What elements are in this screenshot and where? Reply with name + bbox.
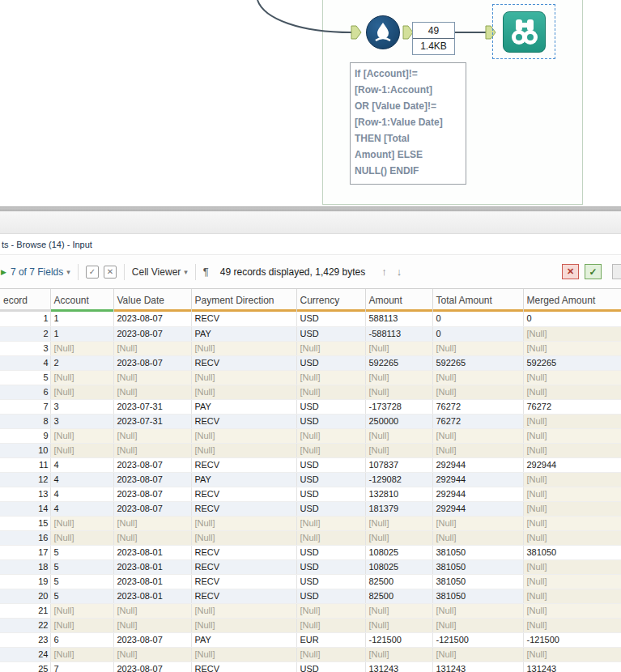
data-cell[interactable]: RECV <box>191 661 296 672</box>
data-cell[interactable]: [Null] <box>50 647 113 661</box>
record-number-cell[interactable]: 22 <box>0 618 50 632</box>
record-number-cell[interactable]: 21 <box>0 603 50 618</box>
data-cell[interactable]: 381050 <box>432 589 523 603</box>
record-number-cell[interactable]: 6 <box>0 385 50 399</box>
data-cell[interactable]: USD <box>296 414 365 428</box>
data-cell[interactable]: [Null] <box>432 443 523 457</box>
data-cell[interactable]: 82500 <box>365 574 432 589</box>
data-cell[interactable]: [Null] <box>296 516 365 530</box>
data-cell[interactable]: -588113 <box>365 326 432 341</box>
record-number-cell[interactable]: 1 <box>0 312 50 326</box>
record-number-cell[interactable]: 25 <box>0 661 50 672</box>
data-cell[interactable]: [Null] <box>50 516 113 530</box>
chevron-down-icon[interactable]: ▾ <box>66 268 70 276</box>
fields-dropdown[interactable]: 7 of 7 Fields <box>11 266 63 278</box>
record-number-cell[interactable]: 7 <box>0 399 50 414</box>
data-cell[interactable]: 292944 <box>432 457 523 472</box>
data-cell[interactable]: 131243 <box>523 661 621 672</box>
table-row[interactable]: 2572023-08-07RECVUSD131243131243131243 <box>0 661 621 672</box>
data-cell[interactable]: [Null] <box>113 385 191 399</box>
cancel-button[interactable]: ✕ <box>562 264 579 279</box>
scroll-down-button[interactable]: ↓ <box>397 266 402 278</box>
record-number-cell[interactable]: 16 <box>0 530 50 545</box>
data-cell[interactable]: [Null] <box>296 618 365 632</box>
table-row[interactable]: 1442023-08-07RECVUSD181379292944[Null] <box>0 501 621 516</box>
data-cell[interactable]: [Null] <box>432 370 523 385</box>
data-cell[interactable]: 5 <box>50 589 113 603</box>
data-cell[interactable]: 2023-08-01 <box>113 574 191 589</box>
table-row[interactable]: 832023-07-31RECVUSD25000076272[Null] <box>0 414 621 428</box>
data-cell[interactable]: [Null] <box>296 370 365 385</box>
data-cell[interactable]: 2023-08-07 <box>113 457 191 472</box>
record-number-cell[interactable]: 17 <box>0 545 50 559</box>
record-number-cell[interactable]: 10 <box>0 443 50 457</box>
data-cell[interactable]: 2023-08-07 <box>113 312 191 326</box>
data-cell[interactable]: 181379 <box>365 501 432 516</box>
data-cell[interactable]: -129082 <box>365 472 432 487</box>
data-cell[interactable]: [Null] <box>113 603 191 618</box>
data-cell[interactable]: USD <box>296 559 365 574</box>
record-number-cell[interactable]: 9 <box>0 428 50 443</box>
data-cell[interactable]: [Null] <box>50 443 113 457</box>
data-cell[interactable]: 2023-08-07 <box>113 501 191 516</box>
data-cell[interactable]: USD <box>296 589 365 603</box>
data-cell[interactable]: 1 <box>50 312 113 326</box>
data-cell[interactable]: [Null] <box>50 603 113 618</box>
data-cell[interactable]: -173728 <box>365 399 432 414</box>
data-cell[interactable]: [Null] <box>432 516 523 530</box>
data-cell[interactable]: [Null] <box>523 472 621 487</box>
record-number-cell[interactable]: 20 <box>0 589 50 603</box>
data-cell[interactable]: [Null] <box>523 370 621 385</box>
tool-annotation[interactable]: If [Account]!= [Row-1:Account] OR [Value… <box>350 62 466 185</box>
data-cell[interactable]: 2023-07-31 <box>113 414 191 428</box>
record-number-cell[interactable]: 13 <box>0 487 50 501</box>
table-row[interactable]: 9[Null][Null][Null][Null][Null][Null][Nu… <box>0 428 621 443</box>
table-row[interactable]: 3[Null][Null][Null][Null][Null][Null][Nu… <box>0 341 621 355</box>
data-cell[interactable]: USD <box>296 487 365 501</box>
data-cell[interactable]: USD <box>296 312 365 326</box>
multi-row-formula-tool[interactable] <box>366 15 400 49</box>
data-cell[interactable]: [Null] <box>50 385 113 399</box>
apply-button[interactable]: ✓ <box>585 264 602 279</box>
data-cell[interactable]: [Null] <box>296 647 365 661</box>
data-cell[interactable]: EUR <box>296 632 365 647</box>
data-cell[interactable]: 588113 <box>365 312 432 326</box>
data-cell[interactable]: [Null] <box>191 516 296 530</box>
data-cell[interactable]: 76272 <box>523 399 621 414</box>
table-row[interactable]: 10[Null][Null][Null][Null][Null][Null][N… <box>0 443 621 457</box>
data-cell[interactable]: [Null] <box>191 603 296 618</box>
data-cell[interactable]: 381050 <box>523 545 621 559</box>
data-cell[interactable]: [Null] <box>113 618 191 632</box>
collapse-arrow-icon[interactable]: ▶ <box>1 268 6 276</box>
data-cell[interactable]: [Null] <box>432 385 523 399</box>
table-row[interactable]: 16[Null][Null][Null][Null][Null][Null][N… <box>0 530 621 545</box>
data-cell[interactable]: -121500 <box>523 632 621 647</box>
data-cell[interactable]: 5 <box>50 574 113 589</box>
data-cell[interactable]: [Null] <box>191 618 296 632</box>
data-cell[interactable]: [Null] <box>50 530 113 545</box>
data-cell[interactable]: [Null] <box>113 647 191 661</box>
table-row[interactable]: 1242023-08-07PAYUSD-129082292944[Null] <box>0 472 621 487</box>
data-cell[interactable]: 2023-08-07 <box>113 487 191 501</box>
data-cell[interactable]: [Null] <box>191 385 296 399</box>
data-cell[interactable]: 250000 <box>365 414 432 428</box>
data-cell[interactable]: [Null] <box>191 443 296 457</box>
data-cell[interactable]: 381050 <box>432 559 523 574</box>
data-cell[interactable]: [Null] <box>365 516 432 530</box>
data-cell[interactable]: [Null] <box>296 443 365 457</box>
data-cell[interactable]: PAY <box>191 326 296 341</box>
data-cell[interactable]: RECV <box>191 545 296 559</box>
data-cell[interactable]: PAY <box>191 399 296 414</box>
data-cell[interactable]: 0 <box>432 326 523 341</box>
table-row[interactable]: 422023-08-07RECVUSD592265592265592265 <box>0 355 621 370</box>
data-cell[interactable]: [Null] <box>50 618 113 632</box>
data-cell[interactable]: 132810 <box>365 487 432 501</box>
table-row[interactable]: 112023-08-07RECVUSD58811300 <box>0 312 621 326</box>
data-cell[interactable]: 592265 <box>432 355 523 370</box>
data-cell[interactable]: [Null] <box>523 618 621 632</box>
table-row[interactable]: 1852023-08-01RECVUSD108025381050[Null] <box>0 559 621 574</box>
data-cell[interactable]: 381050 <box>432 574 523 589</box>
data-cell[interactable]: USD <box>296 545 365 559</box>
data-cell[interactable]: [Null] <box>523 501 621 516</box>
data-cell[interactable]: [Null] <box>191 428 296 443</box>
